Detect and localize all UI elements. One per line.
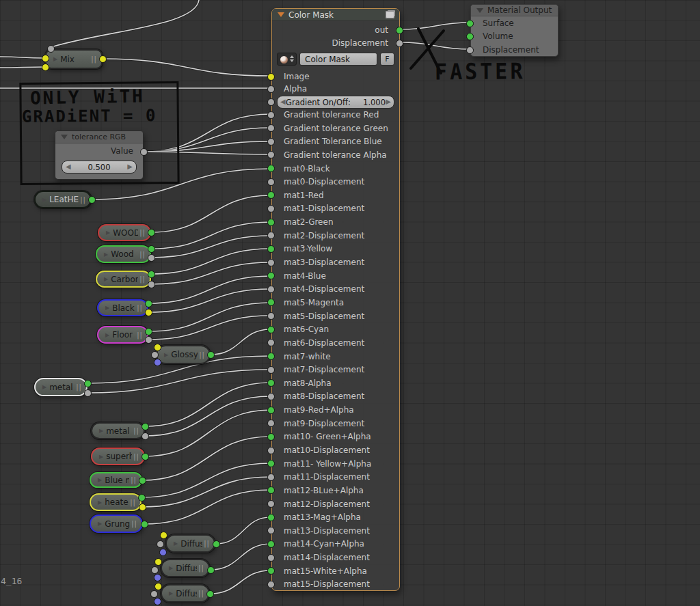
input-socket-green[interactable] <box>267 407 275 414</box>
node-socket-gray[interactable] <box>151 351 159 359</box>
expand-arrow-icon[interactable]: ▶ <box>98 499 102 506</box>
input-socket-green[interactable] <box>267 165 275 172</box>
node-socket-green[interactable] <box>84 380 92 387</box>
hide-sockets-icon[interactable]: || <box>204 540 210 547</box>
hide-sockets-icon[interactable]: || <box>198 590 204 597</box>
node-socket-yellow[interactable] <box>42 64 49 71</box>
expand-arrow-icon[interactable]: ▶ <box>98 477 102 483</box>
input-socket-gray[interactable] <box>267 527 275 534</box>
input-socket-gray[interactable] <box>267 554 275 562</box>
expand-arrow-icon[interactable]: ▶ <box>106 230 110 236</box>
input-socket-displacement[interactable] <box>466 46 474 54</box>
input-socket-green[interactable] <box>267 514 275 521</box>
output-socket-out[interactable] <box>396 27 403 34</box>
hide-sockets-icon[interactable]: || <box>137 304 143 312</box>
node-carbon[interactable]: ▶Carbon|| <box>96 271 151 288</box>
hide-sockets-icon[interactable]: || <box>131 476 137 484</box>
input-socket-gray[interactable] <box>267 124 275 132</box>
input-socket-gray[interactable] <box>267 393 275 400</box>
node-socket-green[interactable] <box>145 300 152 307</box>
input-socket-gray[interactable] <box>267 581 275 588</box>
input-socket-gray[interactable] <box>267 286 275 293</box>
input-socket-gray[interactable] <box>267 259 275 266</box>
hide-sockets-icon[interactable]: || <box>198 564 204 572</box>
node-socket-yellow[interactable] <box>139 504 146 511</box>
node-diffuse-b[interactable]: ▶Diffuse B|| <box>161 559 210 577</box>
node-socket-blue[interactable] <box>154 574 161 581</box>
node-blue-metal[interactable]: ▶Blue metal|| <box>90 472 142 488</box>
expand-arrow-icon[interactable]: ▶ <box>105 305 109 311</box>
expand-arrow-icon[interactable]: ▶ <box>53 56 57 62</box>
input-socket-surface[interactable] <box>466 20 474 27</box>
hide-sockets-icon[interactable]: || <box>80 196 86 204</box>
node-socket-gray[interactable] <box>84 389 92 397</box>
hide-sockets-icon[interactable]: || <box>139 275 146 283</box>
node-glossy-bs[interactable]: ▶Glossy BS|| <box>156 345 211 364</box>
input-socket-green[interactable] <box>267 379 275 387</box>
node-socket-blue[interactable] <box>159 549 167 556</box>
input-socket-gray[interactable] <box>267 473 275 481</box>
input-socket-gray[interactable] <box>267 151 275 159</box>
node-socket-green[interactable] <box>148 271 155 278</box>
node-socket-gray[interactable] <box>142 432 149 440</box>
node-socket-blue[interactable] <box>154 598 161 605</box>
node-heated-m[interactable]: ▶heated m|| <box>90 493 142 511</box>
expand-arrow-icon[interactable]: ▶ <box>164 352 168 358</box>
hide-sockets-icon[interactable]: || <box>130 499 136 506</box>
node-socket-gray[interactable] <box>148 281 155 288</box>
node-socket-yellow[interactable] <box>154 558 162 566</box>
node-socket-blue[interactable] <box>154 359 161 366</box>
input-socket-green[interactable] <box>267 567 275 575</box>
input-socket-green[interactable] <box>267 460 275 467</box>
node-socket-yellow[interactable] <box>99 55 107 63</box>
node-socket-yellow[interactable] <box>42 55 49 62</box>
hide-sockets-icon[interactable]: || <box>199 351 205 359</box>
expand-arrow-icon[interactable]: ▶ <box>169 565 173 571</box>
expand-arrow-icon[interactable]: ▶ <box>104 251 108 258</box>
node-socket-green[interactable] <box>145 328 152 335</box>
node-color-mask[interactable]: Color Mask outDisplacement Color Mask F … <box>271 8 400 591</box>
node-material-output[interactable]: Material Output SurfaceVolumeDisplacemen… <box>470 4 558 57</box>
input-socket-volume[interactable] <box>466 33 474 40</box>
input-socket-gray[interactable] <box>267 339 275 346</box>
node-socket-gray[interactable] <box>148 254 155 262</box>
node-mix[interactable]: ▶Mix|| <box>45 49 103 69</box>
input-socket-green[interactable] <box>267 326 275 333</box>
fake-user-button[interactable]: F <box>380 53 394 66</box>
node-socket-yellow[interactable] <box>154 583 162 590</box>
input-socket-gray[interactable] <box>267 232 275 239</box>
node-socket-green[interactable] <box>88 196 96 204</box>
expand-arrow-icon[interactable]: ▶ <box>105 332 109 338</box>
node-diffuse-b[interactable]: ▶Diffuse B|| <box>161 584 210 603</box>
hide-sockets-icon[interactable]: || <box>133 453 139 460</box>
node-socket-gray[interactable] <box>151 566 159 574</box>
node-socket-yellow[interactable] <box>145 309 152 316</box>
node-socket-green[interactable] <box>213 540 220 548</box>
node-socket-yellow[interactable] <box>160 532 167 539</box>
node-socket-gray[interactable] <box>157 540 164 548</box>
node-diffuse-b[interactable]: ▶Diffuse B|| <box>165 534 215 553</box>
input-socket-gray[interactable] <box>267 366 275 374</box>
node-socket-green[interactable] <box>206 590 214 598</box>
expand-arrow-icon[interactable]: ▶ <box>99 428 103 434</box>
node-socket-green[interactable] <box>142 453 149 460</box>
expand-arrow-icon[interactable]: ▶ <box>42 197 46 203</box>
node-socket-gray[interactable] <box>145 336 152 344</box>
node-socket-green[interactable] <box>139 477 146 484</box>
hide-sockets-icon[interactable]: || <box>139 251 146 258</box>
hide-sockets-icon[interactable]: || <box>139 229 146 236</box>
node-socket-gray[interactable] <box>150 590 158 598</box>
gradient-onoff-slider[interactable]: ◀ Gradient On/Off: 1.000 ▶ <box>277 96 394 109</box>
node-floor[interactable]: ▶Floor|| <box>97 326 148 344</box>
input-socket-gray[interactable] <box>267 111 275 119</box>
node-superhero[interactable]: ▶superhero|| <box>91 447 145 465</box>
hide-sockets-icon[interactable]: || <box>137 331 143 339</box>
input-socket-green[interactable] <box>267 245 275 253</box>
collapse-triangle-icon[interactable] <box>476 8 483 13</box>
node-socket-green[interactable] <box>207 351 215 359</box>
expand-arrow-icon[interactable]: ▶ <box>104 276 108 282</box>
input-socket-yellow[interactable] <box>267 73 275 81</box>
input-socket-green[interactable] <box>267 486 275 494</box>
hide-sockets-icon[interactable]: || <box>131 520 137 527</box>
input-socket-gray[interactable] <box>267 500 275 508</box>
